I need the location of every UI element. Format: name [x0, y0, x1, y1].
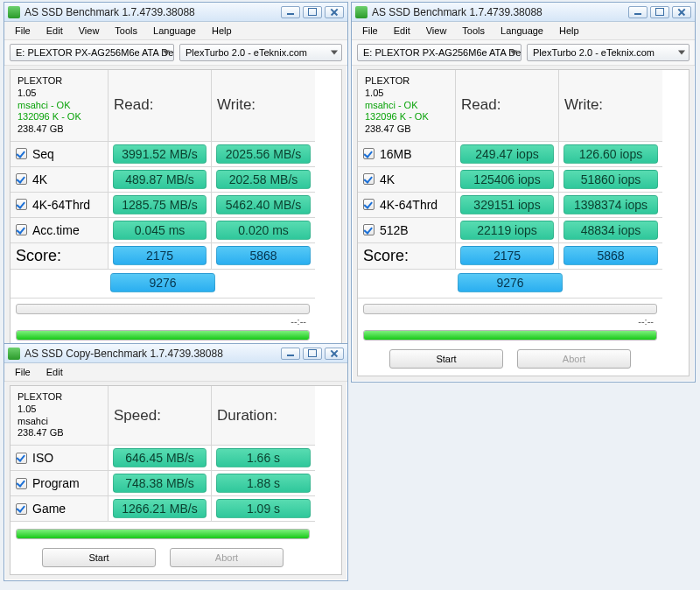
menu-file[interactable]: File — [8, 365, 38, 379]
device-info: PLEXTOR 1.05 msahci - OK 132096 K - OK 2… — [358, 70, 456, 142]
score-label: Score: — [16, 247, 61, 265]
4k-write: 202.58 MB/s — [216, 170, 311, 189]
score-label: Score: — [363, 247, 409, 265]
menu-language[interactable]: Language — [146, 24, 203, 38]
4k64-write: 5462.40 MB/s — [216, 195, 311, 214]
row-label-seq: Seq — [32, 147, 54, 161]
menu-file[interactable]: File — [355, 24, 385, 38]
abort-button[interactable]: Abort — [170, 548, 284, 567]
chevron-down-icon — [510, 51, 517, 55]
device-info: PLEXTOR 1.05 msahci 238.47 GB — [10, 386, 108, 446]
progress-bottom — [363, 330, 657, 341]
device-select[interactable]: E: PLEXTOR PX-AG256M6e ATA Device — [10, 44, 174, 61]
header-duration: Duration: — [217, 407, 277, 425]
elapsed-time: --:-- — [638, 316, 654, 327]
checkbox-seq[interactable] — [16, 148, 27, 159]
menubar: File Edit View Tools Language Help — [4, 22, 347, 40]
checkbox-512b[interactable] — [363, 224, 374, 235]
checkbox-program[interactable] — [16, 478, 27, 489]
4k64-read-iops: 329151 iops — [460, 195, 554, 214]
menu-edit[interactable]: Edit — [39, 365, 70, 379]
header-write: Write: — [564, 96, 603, 114]
header-read: Read: — [108, 70, 212, 142]
score-total: 9276 — [110, 273, 215, 292]
checkbox-game[interactable] — [16, 503, 27, 515]
menu-file[interactable]: File — [8, 24, 38, 38]
start-button[interactable]: Start — [42, 548, 156, 567]
menu-tools[interactable]: Tools — [455, 24, 492, 38]
4k-read-iops: 125406 iops — [460, 170, 554, 189]
app-icon — [355, 6, 368, 18]
menu-view[interactable]: View — [72, 24, 107, 38]
checkbox-16mb[interactable] — [363, 148, 374, 159]
device-select-label: E: PLEXTOR PX-AG256M6e ATA Device — [16, 47, 174, 58]
checkbox-acc[interactable] — [16, 224, 27, 235]
minimize-button[interactable] — [628, 6, 648, 18]
512b-write-iops: 48834 iops — [564, 221, 658, 240]
chevron-down-icon — [678, 51, 685, 55]
menu-help[interactable]: Help — [205, 24, 239, 38]
seq-write: 2025.56 MB/s — [216, 144, 311, 164]
mode-select-label: PlexTurbo 2.0 - eTeknix.com — [186, 47, 307, 58]
close-button[interactable] — [325, 6, 344, 18]
menu-help[interactable]: Help — [552, 24, 586, 38]
mode-select[interactable]: PlexTurbo 2.0 - eTeknix.com — [527, 44, 690, 61]
window-title: AS SSD Copy-Benchmark 1.7.4739.38088 — [24, 348, 281, 360]
window-title: AS SSD Benchmark 1.7.4739.38088 — [24, 6, 281, 18]
minimize-button[interactable] — [281, 6, 300, 18]
device-info: PLEXTOR 1.05 msahci - OK 132096 K - OK 2… — [10, 70, 108, 142]
checkbox-4k[interactable] — [16, 173, 27, 185]
start-button[interactable]: Start — [389, 349, 503, 369]
menu-tools[interactable]: Tools — [108, 24, 144, 38]
progress-top — [363, 304, 657, 314]
close-button[interactable] — [325, 348, 344, 360]
header-read: Read: — [461, 96, 500, 114]
device-select[interactable]: E: PLEXTOR PX-AG256M6e ATA Device — [357, 44, 522, 61]
checkbox-4k[interactable] — [363, 173, 374, 185]
minimize-button[interactable] — [281, 348, 300, 360]
row-label-acc: Acc.time — [32, 223, 80, 237]
close-button[interactable] — [672, 6, 691, 18]
chevron-down-icon — [331, 51, 338, 55]
16mb-write: 126.60 iops — [564, 144, 658, 164]
score-read: 2175 — [460, 246, 554, 265]
maximize-button[interactable] — [303, 348, 322, 360]
abort-button[interactable]: Abort — [517, 349, 631, 369]
menu-view[interactable]: View — [419, 24, 454, 38]
iso-duration: 1.66 s — [216, 448, 311, 467]
score-write: 5868 — [216, 246, 311, 265]
menu-edit[interactable]: Edit — [387, 24, 417, 38]
checkbox-iso[interactable] — [16, 453, 27, 464]
4k64-write-iops: 1398374 iops — [564, 195, 658, 214]
titlebar[interactable]: AS SSD Copy-Benchmark 1.7.4739.38088 — [4, 344, 347, 363]
menubar: File Edit View Tools Language Help — [352, 22, 695, 40]
window-title: AS SSD Benchmark 1.7.4739.38088 — [372, 6, 628, 18]
maximize-button[interactable] — [303, 6, 322, 18]
score-write: 5868 — [564, 246, 658, 265]
score-read: 2175 — [113, 246, 206, 265]
menu-language[interactable]: Language — [494, 24, 550, 38]
program-duration: 1.88 s — [216, 474, 311, 493]
checkbox-4k64[interactable] — [363, 199, 374, 210]
game-speed: 1266.21 MB/s — [113, 499, 206, 518]
score-total: 9276 — [458, 273, 563, 292]
checkbox-4k64[interactable] — [16, 199, 27, 210]
header-speed: Speed: — [114, 407, 161, 425]
4k-read: 489.87 MB/s — [113, 170, 206, 189]
maximize-button[interactable] — [650, 6, 669, 18]
titlebar[interactable]: AS SSD Benchmark 1.7.4739.38088 — [352, 3, 695, 22]
seq-read: 3991.52 MB/s — [113, 144, 206, 164]
program-speed: 748.38 MB/s — [113, 474, 206, 493]
game-duration: 1.09 s — [216, 499, 311, 518]
iso-speed: 646.45 MB/s — [113, 448, 206, 467]
mode-select[interactable]: PlexTurbo 2.0 - eTeknix.com — [179, 44, 342, 61]
menu-edit[interactable]: Edit — [39, 24, 70, 38]
titlebar[interactable]: AS SSD Benchmark 1.7.4739.38088 — [4, 3, 347, 22]
4k-write-iops: 51860 iops — [564, 170, 658, 189]
progress-bottom — [16, 330, 310, 341]
elapsed-time: --:-- — [290, 316, 306, 327]
app-icon — [8, 348, 20, 360]
app-icon — [8, 6, 20, 18]
header-write: Write: — [212, 70, 315, 142]
16mb-read: 249.47 iops — [460, 144, 554, 164]
